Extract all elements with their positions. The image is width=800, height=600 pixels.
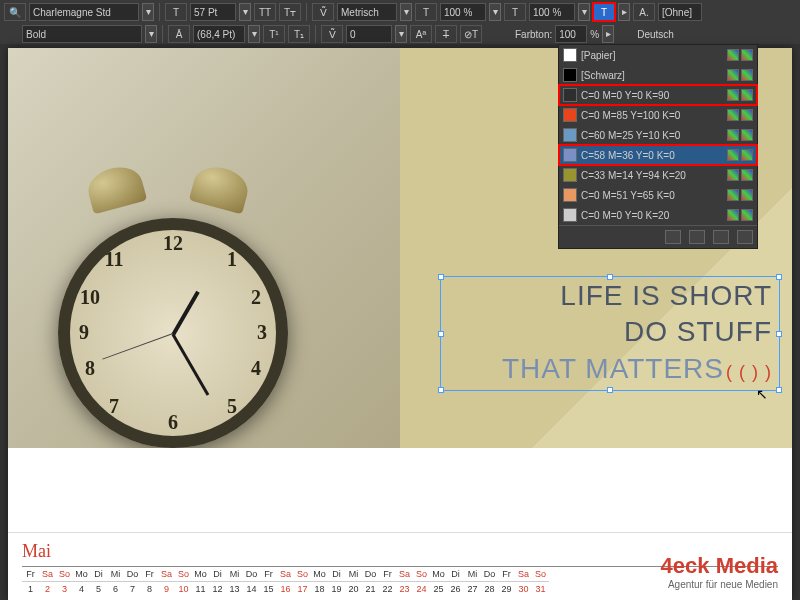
kerning-icon: Ṽ	[312, 3, 334, 21]
sub-icon[interactable]: T₁	[288, 25, 310, 43]
swatch-row[interactable]: C=0 M=51 Y=65 K=0	[559, 185, 757, 205]
day-column: Sa2	[39, 567, 56, 596]
quote-line-1: LIFE IS SHORT	[452, 278, 772, 314]
font-family-dropdown[interactable]: ▾	[142, 3, 154, 21]
swatch-row[interactable]: [Schwarz]	[559, 65, 757, 85]
language-label[interactable]: Deutsch	[637, 29, 674, 40]
day-column: Sa9	[158, 567, 175, 596]
hscale-icon: T	[415, 3, 437, 21]
day-column: Di19	[328, 567, 345, 596]
vscale-icon: T	[504, 3, 526, 21]
font-size-icon: T	[165, 3, 187, 21]
strike-icon[interactable]: T	[435, 25, 457, 43]
clock-image: 12 1 2 3 4 5 6 7 8 9 10 11	[8, 48, 400, 448]
brand-tagline: Agentur für neue Medien	[661, 579, 778, 590]
swatches-panel: [Papier][Schwarz]C=0 M=0 Y=0 K=90C=0 M=8…	[558, 44, 758, 249]
quote-line-3: THAT MATTERS	[502, 353, 724, 384]
swatch-row[interactable]: C=60 M=25 Y=10 K=0	[559, 125, 757, 145]
overset-icon: ( ( ) )	[726, 362, 772, 382]
calendar-bar: Mai Fr1Sa2So3Mo4Di5Mi6Do7Fr8Sa9So10Mo11D…	[8, 532, 792, 600]
day-column: Mi6	[107, 567, 124, 596]
day-column: Mo18	[311, 567, 328, 596]
swatch-row[interactable]: C=33 M=14 Y=94 K=20	[559, 165, 757, 185]
day-column: So24	[413, 567, 430, 596]
fill-color-button[interactable]: T	[593, 3, 615, 21]
day-column: Mi13	[226, 567, 243, 596]
kerning-dd[interactable]: ▾	[400, 3, 412, 21]
day-column: So31	[532, 567, 549, 596]
char-style-field[interactable]	[658, 3, 702, 21]
day-column: Fr22	[379, 567, 396, 596]
day-column: Di26	[447, 567, 464, 596]
day-column: Do28	[481, 567, 498, 596]
day-column: Do7	[124, 567, 141, 596]
brand-name: 4eck Media	[661, 553, 778, 579]
quote-text[interactable]: LIFE IS SHORT DO STUFF THAT MATTERS( ( )…	[452, 278, 772, 387]
swatch-row[interactable]: [Papier]	[559, 45, 757, 65]
day-column: Sa23	[396, 567, 413, 596]
tracking-icon: Ṽ	[321, 25, 343, 43]
day-column: Fr1	[22, 567, 39, 596]
day-column: Fr29	[498, 567, 515, 596]
super-icon[interactable]: T¹	[263, 25, 285, 43]
tracking-field[interactable]	[346, 25, 392, 43]
hscale-field[interactable]	[440, 3, 486, 21]
leading-icon: Ā	[168, 25, 190, 43]
day-column: Di5	[90, 567, 107, 596]
tint-label: Farbton:	[515, 29, 552, 40]
baseline-icon[interactable]: Aª	[410, 25, 432, 43]
day-column: Sa16	[277, 567, 294, 596]
day-column: So10	[175, 567, 192, 596]
day-column: So3	[56, 567, 73, 596]
fill-color-dd[interactable]: ▸	[618, 3, 630, 21]
day-column: Fr15	[260, 567, 277, 596]
tint-field[interactable]	[555, 25, 587, 43]
swatch-row[interactable]: C=0 M=0 Y=0 K=20	[559, 205, 757, 225]
swatch-row[interactable]: C=0 M=0 Y=0 K=90	[559, 85, 757, 105]
new-folder-button[interactable]	[689, 230, 705, 244]
char-style-icon: A.	[633, 3, 655, 21]
day-column: Mi27	[464, 567, 481, 596]
day-column: Mi20	[345, 567, 362, 596]
font-style-field[interactable]	[22, 25, 142, 43]
font-family-field[interactable]	[29, 3, 139, 21]
day-column: Mo4	[73, 567, 90, 596]
control-panel: 🔍 ▾ T ▾ TT Tᴛ Ṽ ▾ T ▾ T ▾ T ▸ A. ▾ Ā ▾ T…	[0, 0, 800, 44]
tt-icon[interactable]: TT	[254, 3, 276, 21]
new-swatch-button[interactable]	[665, 230, 681, 244]
quote-line-2: DO STUFF	[452, 314, 772, 350]
day-column: Mo11	[192, 567, 209, 596]
day-column: Di12	[209, 567, 226, 596]
tint-unit: %	[590, 29, 599, 40]
vscale-field[interactable]	[529, 3, 575, 21]
day-column: So17	[294, 567, 311, 596]
day-column: Do14	[243, 567, 260, 596]
day-column: Do21	[362, 567, 379, 596]
cursor-icon: ↖	[756, 386, 768, 402]
kerning-mode-field[interactable]	[337, 3, 397, 21]
delete-button[interactable]	[737, 230, 753, 244]
swatch-footer	[559, 225, 757, 248]
day-column: Mo25	[430, 567, 447, 596]
nobreak-icon[interactable]: ⊘T	[460, 25, 482, 43]
swatch-row[interactable]: C=0 M=85 Y=100 K=0	[559, 105, 757, 125]
font-size-field[interactable]	[190, 3, 236, 21]
leading-field[interactable]	[193, 25, 245, 43]
format-button[interactable]	[713, 230, 729, 244]
search-icon[interactable]: 🔍	[4, 3, 26, 21]
swatch-row[interactable]: C=58 M=36 Y=0 K=0	[559, 145, 757, 165]
font-size-dd[interactable]: ▾	[239, 3, 251, 21]
day-column: Fr8	[141, 567, 158, 596]
day-column: Sa30	[515, 567, 532, 596]
smallcaps-icon[interactable]: Tᴛ	[279, 3, 301, 21]
